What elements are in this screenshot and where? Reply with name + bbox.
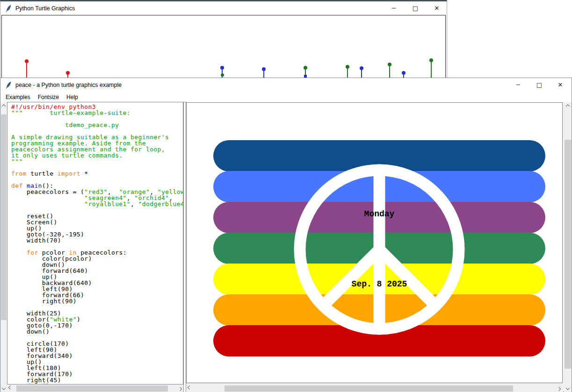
tk-feather-icon: [6, 5, 12, 12]
turtle-figure: [388, 63, 391, 78]
peace-symbol: [187, 103, 562, 383]
scroll-up-icon[interactable]: [565, 102, 571, 109]
menu-fontsize[interactable]: Fontsize: [34, 93, 63, 101]
window-controls: ─ □ ✕: [511, 78, 567, 92]
canvas-vertical-scrollbar[interactable]: [564, 102, 572, 392]
desktop: Python Turtle Graphics ─ □ ✕ peace - a P…: [0, 0, 572, 392]
code-vertical-scrollbar-thumb[interactable]: [1, 114, 7, 320]
canvas-horizontal-scrollbar-thumb[interactable]: [224, 385, 513, 392]
code-line: it only uses turtle commands.: [11, 152, 183, 158]
date-text: Sep. 8 2025: [352, 279, 407, 289]
turtle-figure: [346, 65, 349, 78]
turtle-figure: [220, 66, 224, 78]
code-horizontal-scrollbar-thumb[interactable]: [16, 385, 168, 392]
source-code-pane[interactable]: #!/usr/bin/env python3""" turtle-example…: [7, 102, 183, 385]
code-horizontal-scrollbar[interactable]: [7, 385, 183, 392]
menu-help[interactable]: Help: [63, 93, 82, 101]
peace-example-window: peace - a Python turtle graphics example…: [0, 78, 572, 392]
tk-feather-icon: [6, 81, 12, 89]
canvas-horizontal-scrollbar[interactable]: [186, 385, 563, 392]
close-icon[interactable]: ✕: [553, 80, 567, 90]
maximize-icon[interactable]: □: [408, 3, 422, 14]
code-line: down(): [11, 328, 183, 335]
code-line: """: [11, 158, 183, 164]
titlebar[interactable]: Python Turtle Graphics ─ □ ✕: [0, 1, 447, 15]
turtle-figure: [262, 67, 266, 78]
turtle-figure: [66, 71, 70, 78]
code-vertical-scrollbar[interactable]: [0, 102, 7, 392]
code-line: right(90): [11, 298, 183, 304]
turtle-figure: [25, 59, 29, 78]
close-icon[interactable]: ✕: [430, 3, 444, 14]
code-text[interactable]: #!/usr/bin/env python3""" turtle-example…: [7, 102, 183, 385]
code-line: width(70): [11, 237, 183, 243]
code-line: tdemo_peace.py: [11, 122, 183, 128]
minimize-icon[interactable]: ─: [511, 80, 525, 90]
turtle-figure: [429, 58, 433, 78]
scroll-left-icon[interactable]: [186, 385, 193, 392]
canvas-vertical-scrollbar-thumb[interactable]: [565, 140, 571, 369]
code-line: "royalblue1", "dodgerblue4"): [11, 201, 183, 207]
code-line: """ turtle-example-suite:: [11, 110, 183, 116]
minimize-icon[interactable]: ─: [387, 3, 401, 14]
maximize-icon[interactable]: □: [532, 80, 546, 90]
window-controls: ─ □ ✕: [387, 1, 444, 15]
code-line: down(): [11, 383, 183, 385]
turtle-figure-accent: [221, 73, 224, 77]
code-line: from turtle import *: [11, 171, 183, 177]
scroll-left-icon[interactable]: [7, 385, 14, 392]
window-title: Python Turtle Graphics: [15, 5, 75, 12]
scroll-down-icon[interactable]: [565, 385, 571, 392]
scroll-down-icon[interactable]: [0, 385, 7, 392]
turtle-figure: [402, 71, 405, 78]
weekday-text: Monday: [364, 209, 395, 219]
scroll-right-icon[interactable]: [177, 385, 183, 392]
turtle-figure: [304, 66, 307, 78]
window-title: peace - a Python turtle graphics example: [15, 82, 122, 88]
scroll-right-icon[interactable]: [556, 385, 562, 392]
titlebar[interactable]: peace - a Python turtle graphics example…: [0, 78, 572, 92]
turtle-figure: [360, 66, 363, 78]
turtle-canvas[interactable]: Monday Sep. 8 2025: [186, 102, 563, 383]
menu-examples[interactable]: Examples: [2, 93, 34, 101]
scroll-up-icon[interactable]: [0, 102, 7, 109]
menubar: Examples Fontsize Help: [0, 92, 572, 102]
